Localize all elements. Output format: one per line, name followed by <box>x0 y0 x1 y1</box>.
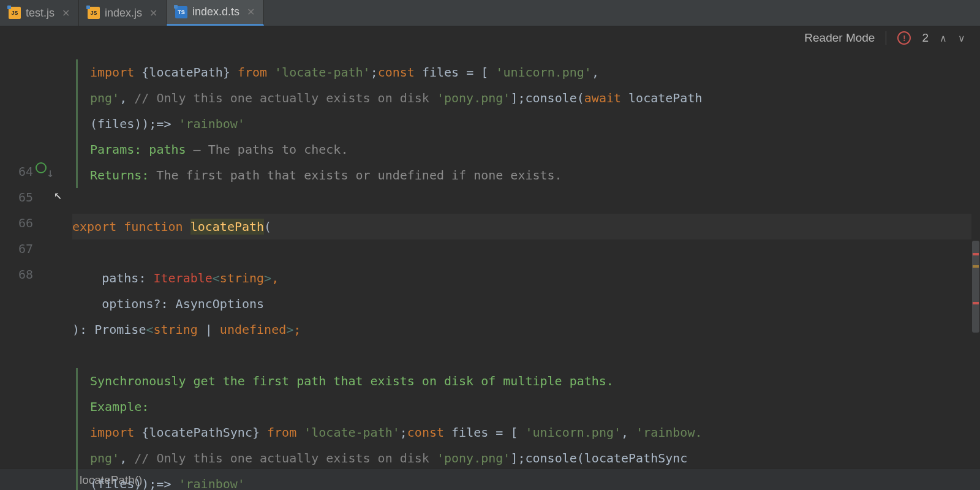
doc-token: png' <box>90 451 119 466</box>
doc-token: 'rainbow. <box>636 425 702 440</box>
param-name: paths <box>102 271 138 285</box>
type-name: string <box>153 322 197 337</box>
code-line[interactable] <box>72 348 80 363</box>
doc-returns-desc: The first path that exists or undefined … <box>149 168 562 183</box>
doc-token: locatePath <box>628 91 702 105</box>
arrow-down-icon[interactable]: ↓ <box>47 160 54 186</box>
doc-params-label: Params: <box>90 142 141 157</box>
doc-token: ; <box>400 425 407 440</box>
doc-token: ]; <box>510 451 525 466</box>
line-number[interactable]: 67 <box>0 236 66 262</box>
doc-token: locatePathSync <box>149 425 252 440</box>
doc-token: locatePathSync <box>584 451 688 466</box>
line-number[interactable]: 66 <box>0 210 66 236</box>
doc-token: ( <box>577 451 584 466</box>
doc-token <box>621 91 628 105</box>
doc-token: , <box>621 425 636 440</box>
error-stripe[interactable] <box>971 26 980 469</box>
function-name: locatePath <box>190 219 264 235</box>
tab-label: index.js <box>105 7 142 20</box>
doc-token: (files));=> <box>90 116 179 131</box>
code-line[interactable]: options?: AsyncOptions <box>72 296 264 311</box>
comma: , <box>271 271 279 285</box>
doc-token: – <box>186 142 208 157</box>
gutter[interactable]: ↓ 64 65 66 67 68 ↖ <box>0 26 66 469</box>
tab-test-js[interactable]: JS test.js ✕ <box>0 0 79 26</box>
doc-token: files = [ <box>415 65 496 80</box>
doc-example-label: Example: <box>90 399 149 414</box>
doc-token: await <box>584 91 621 105</box>
generic-bracket: > <box>286 322 293 337</box>
code-line[interactable]: ): Promise<string | undefined>; <box>72 322 301 337</box>
doc-token: 'unicorn.png' <box>496 65 592 80</box>
param-name: options <box>102 296 153 311</box>
doc-token: console <box>525 451 576 466</box>
type-name: Iterable <box>153 271 212 285</box>
doc-token: } <box>252 425 267 440</box>
code-line[interactable]: paths: Iterable<string>, <box>72 271 279 285</box>
doc-token: // Only this one actually exists on disk <box>134 451 437 466</box>
doc-token: import <box>90 425 134 440</box>
doc-token: } <box>223 65 230 80</box>
line-number[interactable]: 65 <box>0 184 66 210</box>
pipe: | <box>198 322 220 337</box>
semicolon: ; <box>293 322 301 337</box>
doc-token: 'locate-path' <box>296 425 400 440</box>
tab-bar: JS test.js ✕ JS index.js ✕ TS index.d.ts… <box>0 0 980 26</box>
error-mark[interactable] <box>973 253 979 255</box>
doc-token: from <box>267 425 296 440</box>
optional-marker: ?: <box>153 296 175 311</box>
doc-description: Synchronously get the first path that ex… <box>90 374 614 388</box>
line-number[interactable]: 64 <box>0 159 66 184</box>
generic-bracket: > <box>264 271 271 285</box>
doc-comment-block: import {locatePath} from 'locate-path';c… <box>76 59 980 188</box>
doc-token: 'pony.png' <box>437 91 510 105</box>
type-name: AsyncOptions <box>176 296 265 311</box>
js-file-icon: JS <box>9 7 21 19</box>
keyword: function <box>124 219 183 234</box>
code-content[interactable]: import {locatePath} from 'locate-path';c… <box>66 26 980 469</box>
doc-token: { <box>134 425 149 440</box>
doc-token: 'rainbow' <box>179 477 245 490</box>
close-icon[interactable]: ✕ <box>247 6 255 18</box>
doc-param-desc: The paths to check. <box>208 142 349 157</box>
doc-token: 'rainbow' <box>179 116 245 131</box>
type-name: Promise <box>94 322 146 337</box>
doc-param-name: paths <box>141 142 186 157</box>
doc-token: 'locate-path' <box>274 65 371 80</box>
doc-token: console <box>525 91 576 105</box>
close-icon[interactable]: ✕ <box>149 7 157 19</box>
doc-token: import <box>90 65 134 80</box>
doc-token: locatePath <box>149 65 222 80</box>
keyword: export <box>72 219 116 234</box>
doc-token: ( <box>577 91 584 105</box>
doc-token: , <box>592 65 599 80</box>
doc-returns-label: Returns: <box>90 168 149 183</box>
doc-token: from <box>238 65 267 80</box>
tab-label: test.js <box>26 7 55 20</box>
generic-bracket: < <box>213 271 220 285</box>
js-file-icon: JS <box>88 7 100 19</box>
error-mark[interactable] <box>973 302 979 304</box>
indent <box>72 296 102 311</box>
indent <box>72 271 102 285</box>
type-name: string <box>220 271 264 285</box>
warning-mark[interactable] <box>973 265 979 268</box>
doc-token: files = [ <box>444 425 525 440</box>
doc-token: 'pony.png' <box>437 451 510 466</box>
doc-comment-block: Synchronously get the first path that ex… <box>76 368 980 490</box>
paren: ) <box>72 322 80 337</box>
doc-token: 'unicorn.png' <box>525 425 621 440</box>
vcs-change-icon[interactable] <box>36 162 47 173</box>
doc-token: { <box>141 65 149 80</box>
colon: : <box>138 271 153 285</box>
tab-index-d-ts[interactable]: TS index.d.ts ✕ <box>167 0 264 26</box>
close-icon[interactable]: ✕ <box>62 7 70 19</box>
doc-token: , <box>119 91 134 105</box>
tab-index-js[interactable]: JS index.js ✕ <box>79 0 167 26</box>
code-line[interactable]: export function locatePath( <box>72 214 980 239</box>
type-name: undefined <box>220 322 286 337</box>
line-number[interactable]: 68 <box>0 262 66 287</box>
doc-token: (files));=> <box>90 477 179 490</box>
colon: : <box>80 322 94 337</box>
